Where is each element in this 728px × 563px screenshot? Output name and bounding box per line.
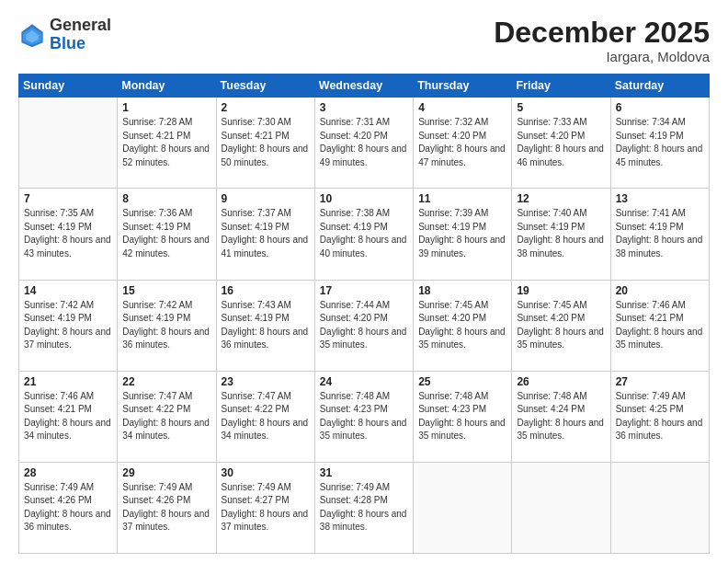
day-number: 24 <box>320 375 408 388</box>
day-number: 2 <box>222 101 310 114</box>
calendar-cell: 14Sunrise: 7:42 AMSunset: 4:19 PMDayligh… <box>19 280 118 371</box>
day-number: 23 <box>222 375 310 388</box>
day-info: Sunrise: 7:39 AMSunset: 4:19 PMDaylight:… <box>418 207 506 260</box>
calendar-week-1: 7Sunrise: 7:35 AMSunset: 4:19 PMDaylight… <box>19 189 710 280</box>
day-number: 28 <box>24 466 112 479</box>
calendar-cell: 6Sunrise: 7:34 AMSunset: 4:19 PMDaylight… <box>610 98 709 189</box>
calendar-cell: 22Sunrise: 7:47 AMSunset: 4:22 PMDayligh… <box>118 371 216 462</box>
calendar-cell: 30Sunrise: 7:49 AMSunset: 4:27 PMDayligh… <box>216 462 314 553</box>
day-info: Sunrise: 7:48 AMSunset: 4:23 PMDaylight:… <box>320 390 408 443</box>
day-number: 4 <box>418 101 506 114</box>
day-number: 14 <box>24 284 112 297</box>
day-number: 12 <box>517 192 605 205</box>
calendar-cell: 12Sunrise: 7:40 AMSunset: 4:19 PMDayligh… <box>512 189 610 280</box>
day-info: Sunrise: 7:45 AMSunset: 4:20 PMDaylight:… <box>517 299 605 352</box>
day-info: Sunrise: 7:44 AMSunset: 4:20 PMDaylight:… <box>320 299 408 352</box>
day-info: Sunrise: 7:36 AMSunset: 4:19 PMDaylight:… <box>122 207 210 260</box>
day-info: Sunrise: 7:46 AMSunset: 4:21 PMDaylight:… <box>24 390 112 443</box>
calendar-cell: 25Sunrise: 7:48 AMSunset: 4:23 PMDayligh… <box>414 371 512 462</box>
calendar-cell: 27Sunrise: 7:49 AMSunset: 4:25 PMDayligh… <box>610 371 709 462</box>
day-info: Sunrise: 7:34 AMSunset: 4:19 PMDaylight:… <box>616 116 704 169</box>
day-info: Sunrise: 7:45 AMSunset: 4:20 PMDaylight:… <box>418 299 506 352</box>
calendar-cell: 20Sunrise: 7:46 AMSunset: 4:21 PMDayligh… <box>610 280 709 371</box>
day-number: 21 <box>24 375 112 388</box>
day-number: 16 <box>222 284 310 297</box>
calendar-cell: 1Sunrise: 7:28 AMSunset: 4:21 PMDaylight… <box>118 98 216 189</box>
day-number: 9 <box>222 192 310 205</box>
calendar-cell: 5Sunrise: 7:33 AMSunset: 4:20 PMDaylight… <box>512 98 610 189</box>
day-info: Sunrise: 7:33 AMSunset: 4:20 PMDaylight:… <box>517 116 605 169</box>
day-header-monday: Monday <box>118 75 216 98</box>
day-number: 22 <box>122 375 210 388</box>
calendar-cell <box>19 98 118 189</box>
calendar-cell: 7Sunrise: 7:35 AMSunset: 4:19 PMDaylight… <box>19 189 118 280</box>
day-info: Sunrise: 7:48 AMSunset: 4:23 PMDaylight:… <box>418 390 506 443</box>
day-number: 17 <box>320 284 408 297</box>
day-info: Sunrise: 7:49 AMSunset: 4:26 PMDaylight:… <box>122 481 210 534</box>
calendar-cell: 16Sunrise: 7:43 AMSunset: 4:19 PMDayligh… <box>216 280 314 371</box>
day-info: Sunrise: 7:48 AMSunset: 4:24 PMDaylight:… <box>517 390 605 443</box>
day-header-friday: Friday <box>512 75 610 98</box>
calendar-cell: 4Sunrise: 7:32 AMSunset: 4:20 PMDaylight… <box>414 98 512 189</box>
month-title: December 2025 <box>494 17 710 49</box>
day-info: Sunrise: 7:38 AMSunset: 4:19 PMDaylight:… <box>320 207 408 260</box>
day-number: 15 <box>122 284 210 297</box>
day-number: 13 <box>616 192 704 205</box>
calendar-cell: 29Sunrise: 7:49 AMSunset: 4:26 PMDayligh… <box>118 462 216 553</box>
calendar-cell: 31Sunrise: 7:49 AMSunset: 4:28 PMDayligh… <box>314 462 413 553</box>
day-info: Sunrise: 7:42 AMSunset: 4:19 PMDaylight:… <box>122 299 210 352</box>
day-info: Sunrise: 7:40 AMSunset: 4:19 PMDaylight:… <box>517 207 605 260</box>
day-number: 1 <box>122 101 210 114</box>
day-info: Sunrise: 7:49 AMSunset: 4:25 PMDaylight:… <box>616 390 704 443</box>
day-number: 10 <box>320 192 408 205</box>
day-info: Sunrise: 7:46 AMSunset: 4:21 PMDaylight:… <box>616 299 704 352</box>
day-number: 31 <box>320 466 408 479</box>
day-info: Sunrise: 7:32 AMSunset: 4:20 PMDaylight:… <box>418 116 506 169</box>
calendar-cell: 8Sunrise: 7:36 AMSunset: 4:19 PMDaylight… <box>118 189 216 280</box>
day-info: Sunrise: 7:30 AMSunset: 4:21 PMDaylight:… <box>222 116 310 169</box>
day-info: Sunrise: 7:31 AMSunset: 4:20 PMDaylight:… <box>320 116 408 169</box>
calendar-cell: 24Sunrise: 7:48 AMSunset: 4:23 PMDayligh… <box>314 371 413 462</box>
day-info: Sunrise: 7:47 AMSunset: 4:22 PMDaylight:… <box>222 390 310 443</box>
day-number: 29 <box>122 466 210 479</box>
day-info: Sunrise: 7:41 AMSunset: 4:19 PMDaylight:… <box>616 207 704 260</box>
day-info: Sunrise: 7:49 AMSunset: 4:26 PMDaylight:… <box>24 481 112 534</box>
calendar-week-0: 1Sunrise: 7:28 AMSunset: 4:21 PMDaylight… <box>19 98 710 189</box>
day-info: Sunrise: 7:43 AMSunset: 4:19 PMDaylight:… <box>222 299 310 352</box>
day-header-tuesday: Tuesday <box>216 75 314 98</box>
day-number: 5 <box>517 101 605 114</box>
calendar-cell <box>512 462 610 553</box>
logo: General Blue <box>18 17 111 53</box>
day-info: Sunrise: 7:28 AMSunset: 4:21 PMDaylight:… <box>122 116 210 169</box>
calendar-week-4: 28Sunrise: 7:49 AMSunset: 4:26 PMDayligh… <box>19 462 710 553</box>
day-header-sunday: Sunday <box>19 75 118 98</box>
day-info: Sunrise: 7:35 AMSunset: 4:19 PMDaylight:… <box>24 207 112 260</box>
day-info: Sunrise: 7:47 AMSunset: 4:22 PMDaylight:… <box>122 390 210 443</box>
title-block: December 2025 Iargara, Moldova <box>494 17 710 64</box>
logo-icon <box>18 21 46 49</box>
day-number: 26 <box>517 375 605 388</box>
day-number: 6 <box>616 101 704 114</box>
calendar-cell: 26Sunrise: 7:48 AMSunset: 4:24 PMDayligh… <box>512 371 610 462</box>
calendar-cell <box>610 462 709 553</box>
calendar-week-3: 21Sunrise: 7:46 AMSunset: 4:21 PMDayligh… <box>19 371 710 462</box>
day-number: 30 <box>222 466 310 479</box>
day-header-thursday: Thursday <box>414 75 512 98</box>
calendar-table: SundayMondayTuesdayWednesdayThursdayFrid… <box>18 74 710 554</box>
day-number: 3 <box>320 101 408 114</box>
calendar-header-row: SundayMondayTuesdayWednesdayThursdayFrid… <box>19 75 710 98</box>
location: Iargara, Moldova <box>494 49 710 64</box>
day-header-saturday: Saturday <box>610 75 709 98</box>
day-number: 7 <box>24 192 112 205</box>
day-number: 27 <box>616 375 704 388</box>
day-number: 8 <box>122 192 210 205</box>
calendar-cell: 17Sunrise: 7:44 AMSunset: 4:20 PMDayligh… <box>314 280 413 371</box>
calendar-cell: 28Sunrise: 7:49 AMSunset: 4:26 PMDayligh… <box>19 462 118 553</box>
calendar-cell: 21Sunrise: 7:46 AMSunset: 4:21 PMDayligh… <box>19 371 118 462</box>
calendar-cell: 18Sunrise: 7:45 AMSunset: 4:20 PMDayligh… <box>414 280 512 371</box>
calendar-cell: 10Sunrise: 7:38 AMSunset: 4:19 PMDayligh… <box>314 189 413 280</box>
day-header-wednesday: Wednesday <box>314 75 413 98</box>
logo-blue: Blue <box>50 34 85 52</box>
day-info: Sunrise: 7:42 AMSunset: 4:19 PMDaylight:… <box>24 299 112 352</box>
day-number: 25 <box>418 375 506 388</box>
